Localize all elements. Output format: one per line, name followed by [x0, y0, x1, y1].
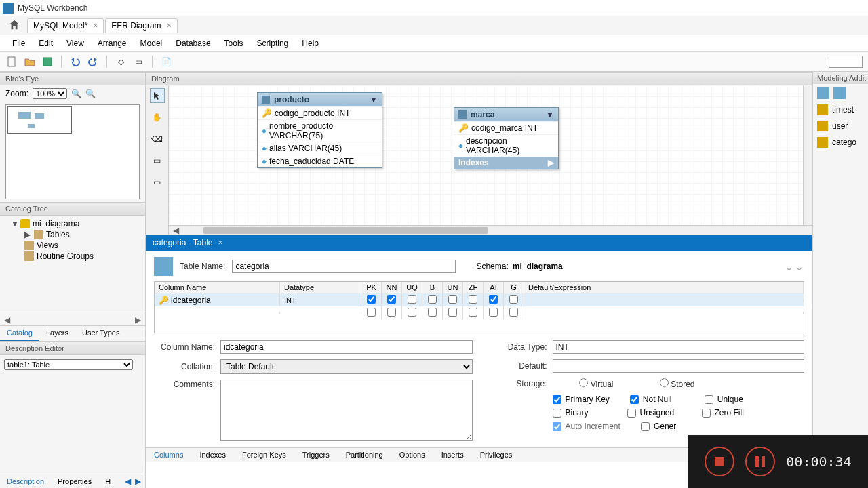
- column-row-idcategoria[interactable]: 🔑 idcategoria INT: [155, 293, 804, 306]
- zf-checkbox[interactable]: [469, 295, 477, 304]
- generated-checkbox[interactable]: Gener: [641, 422, 695, 431]
- table-name-input[interactable]: [232, 260, 456, 273]
- tree-routines[interactable]: Routine Groups: [5, 251, 140, 262]
- tool-icon[interactable]: ▭: [132, 55, 145, 68]
- eraser-tool-icon[interactable]: ⌫: [150, 131, 165, 146]
- g-checkbox[interactable]: [509, 308, 518, 317]
- nn-checkbox[interactable]: [387, 295, 396, 304]
- menu-edit[interactable]: Edit: [32, 37, 60, 49]
- vertical-scrollbar[interactable]: [803, 85, 812, 235]
- uq-checkbox[interactable]: [408, 308, 416, 317]
- tree-scroll[interactable]: ◀▶: [0, 314, 145, 326]
- search-input[interactable]: [829, 56, 863, 68]
- zoom-select[interactable]: 100%: [33, 88, 67, 99]
- menu-database[interactable]: Database: [169, 37, 217, 49]
- g-checkbox[interactable]: [509, 295, 518, 304]
- header-uq[interactable]: UQ: [402, 282, 422, 293]
- template-timestamp[interactable]: timest: [813, 102, 868, 118]
- unsigned-checkbox[interactable]: Unsigned: [627, 408, 682, 418]
- tab-h[interactable]: H: [98, 474, 117, 488]
- template-icon[interactable]: [833, 87, 846, 99]
- tab-description[interactable]: Description: [0, 474, 51, 488]
- pk-checkbox[interactable]: [367, 295, 376, 304]
- not-null-checkbox[interactable]: Not Null: [630, 394, 684, 404]
- tree-views[interactable]: Views: [5, 240, 140, 251]
- tab-foreignkeys[interactable]: Foreign Keys: [234, 448, 294, 462]
- tab-columns[interactable]: Columns: [146, 448, 191, 462]
- tab-mysql-model[interactable]: MySQL Model* ×: [27, 18, 104, 33]
- nav-right-icon[interactable]: ▶: [134, 476, 142, 486]
- editor-tab-categoria[interactable]: categoria - Table ×: [146, 235, 230, 250]
- nn-checkbox[interactable]: [387, 308, 396, 317]
- close-icon[interactable]: ×: [93, 21, 98, 30]
- hand-tool-icon[interactable]: ✋: [150, 110, 165, 125]
- tab-inserts[interactable]: Inserts: [433, 448, 472, 462]
- header-un[interactable]: UN: [443, 282, 463, 293]
- primary-key-checkbox[interactable]: Primary Key: [553, 394, 610, 404]
- zoom-out-icon[interactable]: 🔍: [85, 89, 96, 98]
- b-checkbox[interactable]: [428, 295, 437, 304]
- stop-recording-button[interactable]: [705, 447, 734, 476]
- tab-indexes[interactable]: Indexes: [191, 448, 234, 462]
- tool-icon[interactable]: 📄: [159, 55, 173, 68]
- comments-input[interactable]: [220, 380, 473, 441]
- menu-model[interactable]: Model: [134, 37, 170, 49]
- tab-catalog[interactable]: Catalog: [0, 326, 39, 341]
- tool-icon[interactable]: ◇: [114, 55, 127, 68]
- header-b[interactable]: B: [422, 282, 443, 293]
- save-icon[interactable]: [41, 55, 54, 68]
- un-checkbox[interactable]: [448, 295, 457, 304]
- menu-file[interactable]: File: [5, 37, 32, 49]
- tab-triggers[interactable]: Triggers: [294, 448, 338, 462]
- new-file-icon[interactable]: [5, 55, 19, 68]
- menu-arrange[interactable]: Arrange: [91, 37, 134, 49]
- pointer-tool-icon[interactable]: [150, 88, 165, 103]
- column-row-empty[interactable]: [155, 306, 804, 319]
- home-icon[interactable]: [8, 19, 22, 33]
- template-category[interactable]: catego: [813, 134, 868, 150]
- open-file-icon[interactable]: [23, 55, 37, 68]
- birds-eye-view[interactable]: [5, 104, 140, 199]
- header-g[interactable]: G: [504, 282, 524, 293]
- menu-help[interactable]: Help: [295, 37, 326, 49]
- tab-options[interactable]: Options: [391, 448, 433, 462]
- uq-checkbox[interactable]: [408, 295, 416, 304]
- close-icon[interactable]: ×: [218, 238, 223, 247]
- table-producto-header[interactable]: producto▼: [258, 93, 382, 106]
- menu-tools[interactable]: Tools: [218, 37, 250, 49]
- zf-checkbox[interactable]: [469, 308, 477, 317]
- header-column-name[interactable]: Column Name: [155, 282, 280, 293]
- binary-checkbox[interactable]: Binary: [553, 408, 607, 418]
- layer-tool-icon[interactable]: ▭: [150, 153, 165, 168]
- header-pk[interactable]: PK: [361, 282, 382, 293]
- table-indexes[interactable]: Indexes▶: [454, 157, 558, 169]
- note-tool-icon[interactable]: ▭: [150, 175, 165, 190]
- zerofill-checkbox[interactable]: Zero Fill: [702, 408, 756, 418]
- header-zf[interactable]: ZF: [463, 282, 484, 293]
- pause-recording-button[interactable]: [745, 447, 775, 476]
- un-checkbox[interactable]: [448, 308, 457, 317]
- table-marca-header[interactable]: marca▼: [454, 108, 558, 121]
- tree-db[interactable]: ▼mi_diagrama: [5, 218, 140, 229]
- auto-increment-checkbox[interactable]: Auto Increment: [553, 422, 620, 431]
- close-icon[interactable]: ×: [167, 21, 172, 30]
- ai-checkbox[interactable]: [489, 308, 498, 317]
- tab-eer-diagram[interactable]: EER Diagram ×: [105, 18, 177, 33]
- diagram-canvas[interactable]: producto▼ 🔑codigo_producto INT ◆nombre_p…: [169, 85, 812, 235]
- tab-properties[interactable]: Properties: [51, 474, 98, 488]
- default-input[interactable]: [553, 359, 805, 373]
- zoom-in-icon[interactable]: 🔍: [71, 89, 81, 98]
- ai-checkbox[interactable]: [489, 295, 498, 304]
- tab-layers[interactable]: Layers: [39, 326, 75, 341]
- menu-view[interactable]: View: [60, 37, 91, 49]
- header-datatype[interactable]: Datatype: [280, 282, 361, 293]
- tree-tables[interactable]: ▶Tables: [5, 229, 140, 240]
- collapse-icon[interactable]: ⌄⌄: [784, 259, 804, 274]
- b-checkbox[interactable]: [428, 308, 437, 317]
- tab-privileges[interactable]: Privileges: [472, 448, 521, 462]
- menu-scripting[interactable]: Scripting: [250, 37, 296, 49]
- header-nn[interactable]: NN: [382, 282, 402, 293]
- tab-partitioning[interactable]: Partitioning: [338, 448, 391, 462]
- template-icon[interactable]: [817, 87, 829, 99]
- header-ai[interactable]: AI: [484, 282, 504, 293]
